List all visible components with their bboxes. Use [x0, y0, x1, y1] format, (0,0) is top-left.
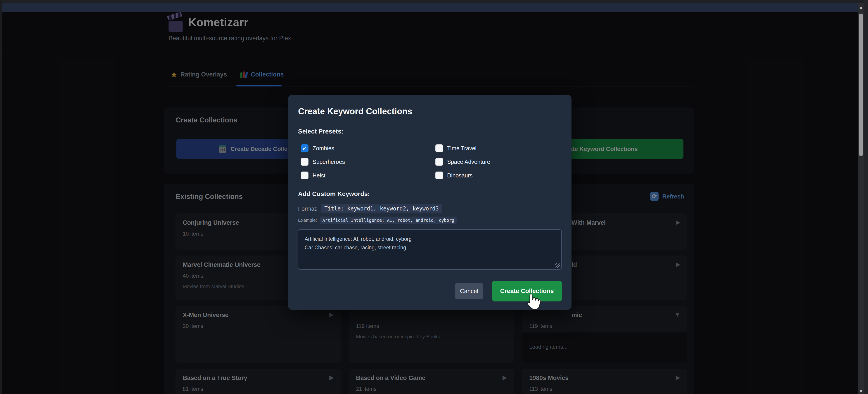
presets-heading: Select Presets: — [298, 128, 344, 135]
custom-keywords-heading: Add Custom Keywords: — [298, 190, 370, 198]
preset-checkbox-time-travel[interactable]: Time Travel — [435, 142, 559, 155]
preset-label: Superheroes — [313, 159, 345, 165]
preset-checkbox-dinosaurs[interactable]: Dinosaurs — [435, 169, 559, 182]
presets-grid: ✓ZombiesTime TravelSuperheroesSpace Adve… — [301, 142, 559, 182]
format-code: Title: keyword1, keyword2, keyword3 — [321, 204, 442, 213]
window-left-edge — [0, 0, 2, 394]
example-label: Example: — [298, 218, 317, 223]
preset-checkbox-heist[interactable]: Heist — [301, 169, 435, 182]
checkbox-unchecked-icon[interactable] — [301, 158, 308, 166]
vertical-scrollbar[interactable] — [858, 3, 864, 394]
preset-label: Dinosaurs — [447, 172, 473, 179]
example-row: Example: Artificial Intelligence: AI, ro… — [298, 217, 457, 224]
preset-checkbox-space-adventure[interactable]: Space Adventure — [435, 155, 559, 169]
scrollbar-thumb[interactable] — [859, 13, 863, 156]
top-navigation-bar — [0, 3, 868, 12]
mouse-cursor-pointer — [524, 292, 542, 310]
preset-label: Space Adventure — [447, 159, 490, 165]
modal-title: Create Keyword Collections — [298, 107, 412, 116]
scroll-up-arrow-icon[interactable] — [859, 6, 863, 9]
create-keyword-collections-modal: Create Keyword Collections Select Preset… — [288, 95, 571, 310]
cancel-button[interactable]: Cancel — [455, 283, 483, 299]
preset-label: Time Travel — [447, 145, 476, 152]
preset-checkbox-zombies[interactable]: ✓Zombies — [301, 142, 435, 155]
format-label: Format: — [298, 206, 317, 212]
example-code: Artificial Intelligence: AI, robot, andr… — [319, 217, 457, 224]
format-row: Format: Title: keyword1, keyword2, keywo… — [298, 204, 442, 213]
checkbox-checked-icon[interactable]: ✓ — [301, 144, 308, 152]
checkbox-unchecked-icon[interactable] — [435, 172, 443, 179]
scroll-down-arrow-icon[interactable] — [859, 390, 863, 393]
window-right-edge — [864, 0, 868, 394]
preset-label: Heist — [313, 172, 326, 179]
checkbox-unchecked-icon[interactable] — [435, 158, 443, 166]
preset-label: Zombies — [313, 145, 334, 152]
preset-checkbox-superheroes[interactable]: Superheroes — [301, 155, 435, 169]
custom-keywords-textarea[interactable] — [298, 229, 562, 270]
checkbox-unchecked-icon[interactable] — [435, 144, 443, 152]
checkbox-unchecked-icon[interactable] — [301, 172, 308, 179]
window-top-edge — [0, 0, 868, 3]
